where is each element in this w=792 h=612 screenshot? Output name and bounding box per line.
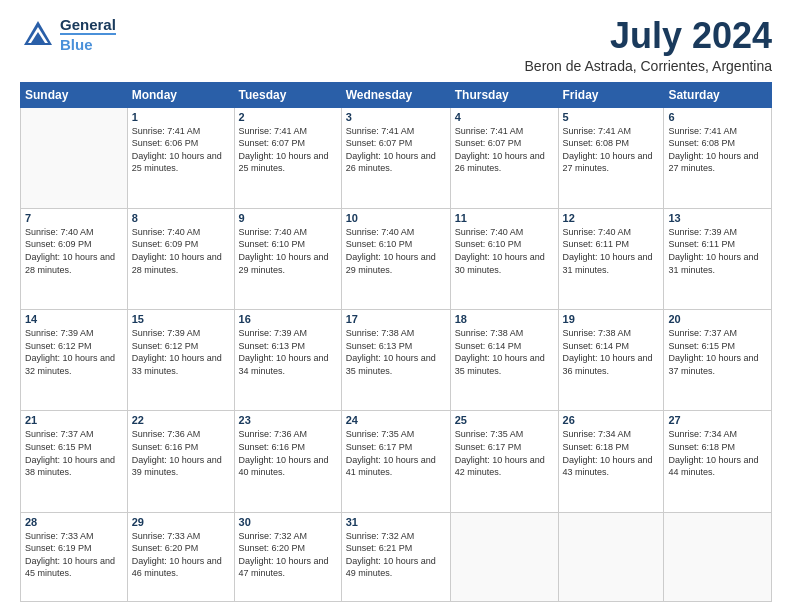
day-info: Sunrise: 7:41 AM Sunset: 6:07 PM Dayligh… [455,125,554,175]
day-info: Sunrise: 7:33 AM Sunset: 6:19 PM Dayligh… [25,530,123,580]
day-info: Sunrise: 7:35 AM Sunset: 6:17 PM Dayligh… [455,428,554,478]
calendar-cell: 21 Sunrise: 7:37 AM Sunset: 6:15 PM Dayl… [21,411,128,512]
calendar-cell: 12 Sunrise: 7:40 AM Sunset: 6:11 PM Dayl… [558,208,664,309]
day-number: 16 [239,313,337,325]
day-number: 27 [668,414,767,426]
day-info: Sunrise: 7:40 AM Sunset: 6:11 PM Dayligh… [563,226,660,276]
calendar-cell: 28 Sunrise: 7:33 AM Sunset: 6:19 PM Dayl… [21,512,128,601]
day-number: 14 [25,313,123,325]
calendar-cell: 8 Sunrise: 7:40 AM Sunset: 6:09 PM Dayli… [127,208,234,309]
calendar-cell: 14 Sunrise: 7:39 AM Sunset: 6:12 PM Dayl… [21,310,128,411]
calendar-cell: 24 Sunrise: 7:35 AM Sunset: 6:17 PM Dayl… [341,411,450,512]
day-number: 29 [132,516,230,528]
day-number: 23 [239,414,337,426]
day-info: Sunrise: 7:37 AM Sunset: 6:15 PM Dayligh… [25,428,123,478]
day-number: 31 [346,516,446,528]
calendar-cell: 2 Sunrise: 7:41 AM Sunset: 6:07 PM Dayli… [234,107,341,208]
title-area: July 2024 Beron de Astrada, Corrientes, … [525,16,772,74]
col-header-sunday: Sunday [21,82,128,107]
calendar-cell: 30 Sunrise: 7:32 AM Sunset: 6:20 PM Dayl… [234,512,341,601]
calendar-cell [450,512,558,601]
calendar-cell: 3 Sunrise: 7:41 AM Sunset: 6:07 PM Dayli… [341,107,450,208]
calendar-cell: 23 Sunrise: 7:36 AM Sunset: 6:16 PM Dayl… [234,411,341,512]
calendar-cell: 25 Sunrise: 7:35 AM Sunset: 6:17 PM Dayl… [450,411,558,512]
calendar-table: SundayMondayTuesdayWednesdayThursdayFrid… [20,82,772,602]
calendar-cell: 10 Sunrise: 7:40 AM Sunset: 6:10 PM Dayl… [341,208,450,309]
day-info: Sunrise: 7:39 AM Sunset: 6:12 PM Dayligh… [132,327,230,377]
calendar-cell: 1 Sunrise: 7:41 AM Sunset: 6:06 PM Dayli… [127,107,234,208]
calendar-cell [664,512,772,601]
day-info: Sunrise: 7:40 AM Sunset: 6:10 PM Dayligh… [455,226,554,276]
day-info: Sunrise: 7:38 AM Sunset: 6:14 PM Dayligh… [455,327,554,377]
day-number: 26 [563,414,660,426]
day-number: 13 [668,212,767,224]
day-info: Sunrise: 7:41 AM Sunset: 6:07 PM Dayligh… [239,125,337,175]
logo: General Blue [20,16,116,53]
calendar-cell: 29 Sunrise: 7:33 AM Sunset: 6:20 PM Dayl… [127,512,234,601]
calendar-cell: 17 Sunrise: 7:38 AM Sunset: 6:13 PM Dayl… [341,310,450,411]
day-info: Sunrise: 7:34 AM Sunset: 6:18 PM Dayligh… [563,428,660,478]
day-number: 24 [346,414,446,426]
calendar-cell: 4 Sunrise: 7:41 AM Sunset: 6:07 PM Dayli… [450,107,558,208]
day-info: Sunrise: 7:41 AM Sunset: 6:06 PM Dayligh… [132,125,230,175]
day-info: Sunrise: 7:32 AM Sunset: 6:20 PM Dayligh… [239,530,337,580]
logo-icon [20,17,56,53]
col-header-friday: Friday [558,82,664,107]
col-header-saturday: Saturday [664,82,772,107]
day-number: 8 [132,212,230,224]
day-number: 28 [25,516,123,528]
calendar-cell: 20 Sunrise: 7:37 AM Sunset: 6:15 PM Dayl… [664,310,772,411]
day-info: Sunrise: 7:41 AM Sunset: 6:08 PM Dayligh… [563,125,660,175]
calendar-cell: 27 Sunrise: 7:34 AM Sunset: 6:18 PM Dayl… [664,411,772,512]
calendar-cell: 7 Sunrise: 7:40 AM Sunset: 6:09 PM Dayli… [21,208,128,309]
day-info: Sunrise: 7:35 AM Sunset: 6:17 PM Dayligh… [346,428,446,478]
day-info: Sunrise: 7:41 AM Sunset: 6:08 PM Dayligh… [668,125,767,175]
day-number: 15 [132,313,230,325]
day-info: Sunrise: 7:39 AM Sunset: 6:12 PM Dayligh… [25,327,123,377]
day-number: 12 [563,212,660,224]
calendar-cell: 18 Sunrise: 7:38 AM Sunset: 6:14 PM Dayl… [450,310,558,411]
week-row-1: 1 Sunrise: 7:41 AM Sunset: 6:06 PM Dayli… [21,107,772,208]
calendar-cell: 9 Sunrise: 7:40 AM Sunset: 6:10 PM Dayli… [234,208,341,309]
day-info: Sunrise: 7:38 AM Sunset: 6:14 PM Dayligh… [563,327,660,377]
day-info: Sunrise: 7:40 AM Sunset: 6:10 PM Dayligh… [346,226,446,276]
day-number: 20 [668,313,767,325]
day-number: 2 [239,111,337,123]
week-row-4: 21 Sunrise: 7:37 AM Sunset: 6:15 PM Dayl… [21,411,772,512]
day-info: Sunrise: 7:41 AM Sunset: 6:07 PM Dayligh… [346,125,446,175]
day-number: 25 [455,414,554,426]
day-number: 21 [25,414,123,426]
day-number: 17 [346,313,446,325]
calendar-cell: 15 Sunrise: 7:39 AM Sunset: 6:12 PM Dayl… [127,310,234,411]
day-info: Sunrise: 7:39 AM Sunset: 6:13 PM Dayligh… [239,327,337,377]
day-number: 4 [455,111,554,123]
day-number: 1 [132,111,230,123]
day-info: Sunrise: 7:34 AM Sunset: 6:18 PM Dayligh… [668,428,767,478]
day-number: 5 [563,111,660,123]
day-info: Sunrise: 7:40 AM Sunset: 6:10 PM Dayligh… [239,226,337,276]
day-info: Sunrise: 7:32 AM Sunset: 6:21 PM Dayligh… [346,530,446,580]
calendar-cell: 13 Sunrise: 7:39 AM Sunset: 6:11 PM Dayl… [664,208,772,309]
header-row: SundayMondayTuesdayWednesdayThursdayFrid… [21,82,772,107]
col-header-thursday: Thursday [450,82,558,107]
month-title: July 2024 [525,16,772,56]
calendar-cell [21,107,128,208]
day-info: Sunrise: 7:39 AM Sunset: 6:11 PM Dayligh… [668,226,767,276]
calendar-cell: 16 Sunrise: 7:39 AM Sunset: 6:13 PM Dayl… [234,310,341,411]
day-number: 6 [668,111,767,123]
logo-blue: Blue [60,33,116,53]
day-info: Sunrise: 7:40 AM Sunset: 6:09 PM Dayligh… [25,226,123,276]
calendar-cell: 11 Sunrise: 7:40 AM Sunset: 6:10 PM Dayl… [450,208,558,309]
calendar-cell: 19 Sunrise: 7:38 AM Sunset: 6:14 PM Dayl… [558,310,664,411]
day-number: 11 [455,212,554,224]
calendar-cell: 22 Sunrise: 7:36 AM Sunset: 6:16 PM Dayl… [127,411,234,512]
day-info: Sunrise: 7:38 AM Sunset: 6:13 PM Dayligh… [346,327,446,377]
col-header-tuesday: Tuesday [234,82,341,107]
page: General Blue July 2024 Beron de Astrada,… [0,0,792,612]
day-number: 7 [25,212,123,224]
calendar-cell: 6 Sunrise: 7:41 AM Sunset: 6:08 PM Dayli… [664,107,772,208]
col-header-monday: Monday [127,82,234,107]
day-number: 30 [239,516,337,528]
day-info: Sunrise: 7:37 AM Sunset: 6:15 PM Dayligh… [668,327,767,377]
col-header-wednesday: Wednesday [341,82,450,107]
